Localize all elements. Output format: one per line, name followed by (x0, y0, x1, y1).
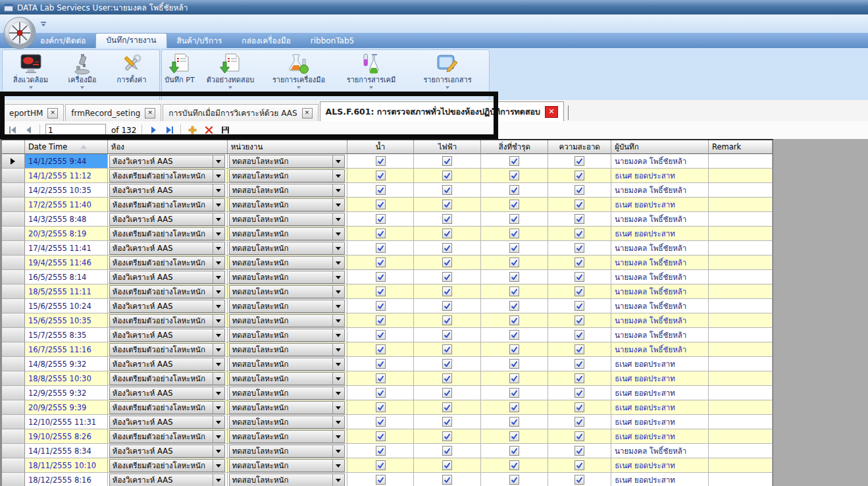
water-checkbox[interactable] (376, 315, 386, 325)
column-header-remark[interactable]: Remark (709, 140, 773, 154)
grid-cell-room[interactable]: ห้องเตรียมตัวอย่างโลหะหนัก (108, 342, 228, 357)
grid-cell-datetime[interactable]: 14/1/2555 9:44 (25, 154, 108, 169)
ribbon-tab-toolbox[interactable]: กล่องเครื่องมือ (232, 34, 300, 48)
column-header-datetime[interactable]: Date Time (25, 140, 108, 154)
grid-cell-damaged[interactable] (481, 313, 548, 328)
water-checkbox[interactable] (376, 171, 386, 180)
grid-cell-damaged[interactable] (481, 386, 548, 400)
grid-cell-clean[interactable] (548, 270, 611, 284)
grid-cell-damaged[interactable] (481, 458, 548, 473)
row-selector[interactable] (2, 183, 25, 198)
room-combobox[interactable]: ห้องเตรียมตัวอย่างโลหะหนัก (109, 169, 225, 182)
combo-dropdown-button[interactable] (332, 445, 344, 457)
grid-cell-unit[interactable]: ทดสอบโลหะหนัก (228, 256, 347, 270)
grid-cell-recorder[interactable]: นายมงคล โพธิ์ชัยหล้า (611, 154, 709, 169)
grid-cell-datetime[interactable]: 17/2/2555 11:40 (25, 198, 108, 212)
grid-cell-unit[interactable]: ทดสอบโลหะหนัก (228, 183, 347, 198)
unit-combobox[interactable]: ทดสอบโลหะหนัก (229, 445, 345, 458)
unit-combobox[interactable]: ทดสอบโลหะหนัก (229, 198, 345, 211)
damaged-checkbox[interactable] (509, 243, 519, 253)
unit-combobox[interactable]: ทดสอบโลหะหนัก (229, 314, 345, 327)
grid-cell-datetime[interactable]: 20/9/2555 9:39 (25, 400, 108, 415)
grid-cell-damaged[interactable] (481, 371, 548, 386)
grid-cell-clean[interactable] (548, 444, 611, 458)
grid-cell-remark[interactable] (709, 429, 773, 444)
combo-dropdown-button[interactable] (332, 286, 344, 298)
grid-cell-recorder[interactable]: ธเนศ ยอดประสาท (611, 227, 709, 241)
grid-cell-remark[interactable] (709, 313, 773, 328)
grid-cell-recorder[interactable]: นายมงคล โพธิ์ชัยหล้า (611, 342, 709, 357)
grid-cell-water[interactable] (347, 154, 415, 169)
clean-checkbox[interactable] (574, 301, 584, 311)
room-combobox[interactable]: ห้องวิเคราะห์ AAS (109, 300, 225, 313)
electric-checkbox[interactable] (442, 185, 452, 195)
row-selector[interactable] (2, 473, 25, 486)
grid-cell-recorder[interactable]: นายมงคล โพธิ์ชัยหล้า (611, 328, 709, 342)
water-checkbox[interactable] (376, 446, 386, 456)
grid-cell-datetime[interactable]: 17/4/2555 11:41 (25, 241, 108, 256)
combo-dropdown-button[interactable] (213, 184, 224, 196)
grid-cell-room[interactable]: ห้องวิเคราะห์ AAS (108, 444, 228, 458)
grid-cell-recorder[interactable]: ธเนศ ยอดประสาท (611, 169, 709, 183)
grid-cell-unit[interactable]: ทดสอบโลหะหนัก (228, 328, 347, 342)
unit-combobox[interactable]: ทดสอบโลหะหนัก (229, 459, 345, 472)
unit-combobox[interactable]: ทดสอบโลหะหนัก (229, 401, 345, 414)
grid-cell-room[interactable]: ห้องเตรียมตัวอย่างโลหะหนัก (108, 313, 228, 328)
grid-cell-remark[interactable] (709, 256, 773, 270)
grid-cell-water[interactable] (347, 444, 415, 458)
record-position-input[interactable] (45, 124, 106, 136)
row-selector[interactable] (2, 227, 25, 241)
grid-cell-unit[interactable]: ทดสอบโลหะหนัก (228, 212, 347, 227)
combo-dropdown-button[interactable] (213, 199, 224, 211)
unit-combobox[interactable]: ทดสอบโลหะหนัก (229, 271, 345, 284)
grid-cell-recorder[interactable]: ธเนศ ยอดประสาท (611, 198, 709, 212)
grid-cell-water[interactable] (347, 415, 415, 429)
grid-cell-clean[interactable] (548, 284, 611, 299)
grid-cell-datetime[interactable]: 12/10/2555 11:31 (25, 415, 108, 429)
combo-dropdown-button[interactable] (213, 228, 224, 240)
unit-combobox[interactable]: ทดสอบโลหะหนัก (229, 184, 345, 197)
move-previous-button[interactable] (22, 124, 34, 136)
grid-cell-electric[interactable] (414, 169, 481, 183)
grid-cell-datetime[interactable]: 18/12/2555 8:16 (25, 473, 108, 486)
unit-combobox[interactable]: ทดสอบโลหะหนัก (229, 387, 345, 400)
grid-cell-water[interactable] (347, 299, 415, 313)
settings-button[interactable]: การตั้งค่า (106, 50, 157, 85)
combo-dropdown-button[interactable] (213, 474, 224, 486)
grid-cell-recorder[interactable]: นายมงคล โพธิ์ชัยหล้า (611, 284, 709, 299)
damaged-checkbox[interactable] (509, 431, 519, 441)
grid-cell-water[interactable] (347, 284, 415, 299)
grid-cell-electric[interactable] (414, 270, 481, 284)
grid-cell-clean[interactable] (548, 313, 611, 328)
damaged-checkbox[interactable] (509, 301, 519, 311)
grid-cell-electric[interactable] (414, 212, 481, 227)
damaged-checkbox[interactable] (509, 475, 519, 485)
grid-cell-datetime[interactable]: 15/7/2555 8:35 (25, 328, 108, 342)
grid-cell-room[interactable]: ห้องวิเคราะห์ AAS (108, 386, 228, 400)
grid-cell-electric[interactable] (414, 444, 481, 458)
row-selector[interactable] (2, 299, 25, 313)
grid-cell-unit[interactable]: ทดสอบโลหะหนัก (228, 357, 347, 371)
grid-cell-recorder[interactable]: นายมงคล โพธิ์ชัยหล้า (611, 299, 709, 313)
grid-cell-datetime[interactable]: 19/10/2555 8:26 (25, 429, 108, 444)
electric-checkbox[interactable] (442, 460, 452, 470)
grid-cell-room[interactable]: ห้องเตรียมตัวอย่างโลหะหนัก (108, 227, 228, 241)
electric-checkbox[interactable] (442, 156, 452, 166)
combo-dropdown-button[interactable] (332, 387, 344, 399)
grid-cell-clean[interactable] (548, 386, 611, 400)
damaged-checkbox[interactable] (509, 460, 519, 470)
delete-record-button[interactable] (203, 124, 215, 136)
row-selector[interactable] (2, 444, 25, 458)
clean-checkbox[interactable] (574, 446, 584, 456)
grid-cell-damaged[interactable] (481, 183, 548, 198)
column-header-electric[interactable]: ไฟฟ้า (414, 140, 481, 154)
grid-cell-datetime[interactable]: 16/7/2555 11:16 (25, 342, 108, 357)
grid-cell-datetime[interactable]: 14/11/2555 8:34 (25, 444, 108, 458)
damaged-checkbox[interactable] (509, 359, 519, 369)
damaged-checkbox[interactable] (509, 185, 519, 195)
grid-cell-damaged[interactable] (481, 169, 548, 183)
grid-cell-recorder[interactable]: ธเนศ ยอดประสาท (611, 400, 709, 415)
unit-combobox[interactable]: ทดสอบโลหะหนัก (229, 372, 345, 385)
row-selector[interactable] (2, 386, 25, 400)
water-checkbox[interactable] (376, 243, 386, 253)
